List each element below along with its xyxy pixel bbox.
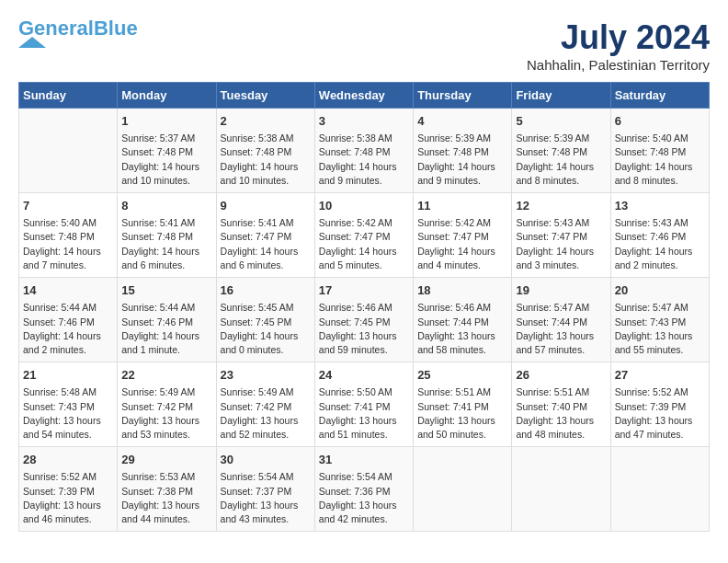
day-cell <box>610 447 709 532</box>
day-cell: 9Sunrise: 5:41 AMSunset: 7:47 PMDaylight… <box>216 193 314 278</box>
day-number: 3 <box>319 113 409 130</box>
calendar-header-row: SundayMondayTuesdayWednesdayThursdayFrid… <box>19 83 710 109</box>
cell-content: Sunrise: 5:53 AMSunset: 7:38 PMDaylight:… <box>121 470 211 526</box>
day-cell: 13Sunrise: 5:43 AMSunset: 7:46 PMDayligh… <box>610 193 709 278</box>
cell-content: Sunrise: 5:47 AMSunset: 7:43 PMDaylight:… <box>615 301 705 357</box>
logo-text: GeneralBlue <box>18 18 138 39</box>
cell-content: Sunrise: 5:44 AMSunset: 7:46 PMDaylight:… <box>23 301 113 357</box>
day-cell <box>414 447 512 532</box>
header-cell-saturday: Saturday <box>610 83 709 109</box>
cell-content: Sunrise: 5:38 AMSunset: 7:48 PMDaylight:… <box>319 132 409 188</box>
cell-content: Sunrise: 5:52 AMSunset: 7:39 PMDaylight:… <box>615 385 705 442</box>
day-cell: 6Sunrise: 5:40 AMSunset: 7:48 PMDaylight… <box>610 109 709 193</box>
day-number: 14 <box>23 282 113 299</box>
cell-content: Sunrise: 5:45 AMSunset: 7:45 PMDaylight:… <box>221 301 311 357</box>
day-number: 26 <box>516 367 606 384</box>
day-cell: 15Sunrise: 5:44 AMSunset: 7:46 PMDayligh… <box>118 278 216 362</box>
day-cell: 10Sunrise: 5:42 AMSunset: 7:47 PMDayligh… <box>314 193 413 278</box>
day-number: 31 <box>319 452 409 468</box>
day-cell: 24Sunrise: 5:50 AMSunset: 7:41 PMDayligh… <box>314 362 413 447</box>
day-cell: 2Sunrise: 5:38 AMSunset: 7:48 PMDaylight… <box>216 109 314 193</box>
day-cell: 28Sunrise: 5:52 AMSunset: 7:39 PMDayligh… <box>19 447 118 532</box>
logo: GeneralBlue <box>18 18 138 48</box>
header-cell-sunday: Sunday <box>19 83 118 109</box>
cell-content: Sunrise: 5:50 AMSunset: 7:41 PMDaylight:… <box>319 385 409 442</box>
day-cell <box>512 447 610 532</box>
day-number: 28 <box>23 452 113 468</box>
cell-content: Sunrise: 5:39 AMSunset: 7:48 PMDaylight:… <box>417 132 507 188</box>
cell-content: Sunrise: 5:47 AMSunset: 7:44 PMDaylight:… <box>516 301 606 357</box>
day-number: 12 <box>516 198 606 214</box>
day-cell: 8Sunrise: 5:41 AMSunset: 7:48 PMDaylight… <box>118 193 216 278</box>
day-cell: 3Sunrise: 5:38 AMSunset: 7:48 PMDaylight… <box>314 109 413 193</box>
cell-content: Sunrise: 5:44 AMSunset: 7:46 PMDaylight:… <box>121 301 211 357</box>
day-number: 15 <box>121 282 211 299</box>
day-cell: 31Sunrise: 5:54 AMSunset: 7:36 PMDayligh… <box>314 447 413 532</box>
cell-content: Sunrise: 5:43 AMSunset: 7:47 PMDaylight:… <box>516 216 606 272</box>
day-number: 8 <box>121 198 211 214</box>
cell-content: Sunrise: 5:48 AMSunset: 7:43 PMDaylight:… <box>23 385 113 442</box>
day-cell: 27Sunrise: 5:52 AMSunset: 7:39 PMDayligh… <box>610 362 709 447</box>
cell-content: Sunrise: 5:39 AMSunset: 7:48 PMDaylight:… <box>516 132 606 188</box>
week-row-4: 21Sunrise: 5:48 AMSunset: 7:43 PMDayligh… <box>19 362 710 447</box>
day-number: 30 <box>221 452 311 468</box>
cell-content: Sunrise: 5:41 AMSunset: 7:47 PMDaylight:… <box>221 216 311 272</box>
logo-blue: Blue <box>94 17 138 40</box>
day-number: 17 <box>319 282 409 299</box>
day-number: 2 <box>221 113 311 130</box>
header-cell-tuesday: Tuesday <box>216 83 314 109</box>
cell-content: Sunrise: 5:37 AMSunset: 7:48 PMDaylight:… <box>121 132 211 188</box>
day-cell: 12Sunrise: 5:43 AMSunset: 7:47 PMDayligh… <box>512 193 610 278</box>
day-number: 4 <box>417 113 507 130</box>
logo-icon <box>18 37 46 48</box>
day-number: 13 <box>615 198 705 214</box>
cell-content: Sunrise: 5:40 AMSunset: 7:48 PMDaylight:… <box>615 132 705 188</box>
header-cell-friday: Friday <box>512 83 610 109</box>
day-cell <box>19 109 118 193</box>
cell-content: Sunrise: 5:46 AMSunset: 7:45 PMDaylight:… <box>319 301 409 357</box>
header-cell-thursday: Thursday <box>414 83 512 109</box>
day-cell: 23Sunrise: 5:49 AMSunset: 7:42 PMDayligh… <box>216 362 314 447</box>
calendar-table: SundayMondayTuesdayWednesdayThursdayFrid… <box>18 82 710 532</box>
day-cell: 22Sunrise: 5:49 AMSunset: 7:42 PMDayligh… <box>118 362 216 447</box>
week-row-2: 7Sunrise: 5:40 AMSunset: 7:48 PMDaylight… <box>19 193 710 278</box>
cell-content: Sunrise: 5:49 AMSunset: 7:42 PMDaylight:… <box>121 385 211 442</box>
day-cell: 1Sunrise: 5:37 AMSunset: 7:48 PMDaylight… <box>118 109 216 193</box>
cell-content: Sunrise: 5:54 AMSunset: 7:37 PMDaylight:… <box>221 470 311 526</box>
day-cell: 30Sunrise: 5:54 AMSunset: 7:37 PMDayligh… <box>216 447 314 532</box>
day-cell: 25Sunrise: 5:51 AMSunset: 7:41 PMDayligh… <box>414 362 512 447</box>
cell-content: Sunrise: 5:41 AMSunset: 7:48 PMDaylight:… <box>121 216 211 272</box>
day-number: 27 <box>615 367 705 384</box>
day-cell: 20Sunrise: 5:47 AMSunset: 7:43 PMDayligh… <box>610 278 709 362</box>
cell-content: Sunrise: 5:43 AMSunset: 7:46 PMDaylight:… <box>615 216 705 272</box>
cell-content: Sunrise: 5:42 AMSunset: 7:47 PMDaylight:… <box>417 216 507 272</box>
cell-content: Sunrise: 5:46 AMSunset: 7:44 PMDaylight:… <box>417 301 507 357</box>
day-cell: 17Sunrise: 5:46 AMSunset: 7:45 PMDayligh… <box>314 278 413 362</box>
day-number: 16 <box>221 282 311 299</box>
day-number: 19 <box>516 282 606 299</box>
cell-content: Sunrise: 5:51 AMSunset: 7:40 PMDaylight:… <box>516 385 606 442</box>
day-number: 10 <box>319 198 409 214</box>
day-number: 5 <box>516 113 606 130</box>
day-cell: 5Sunrise: 5:39 AMSunset: 7:48 PMDaylight… <box>512 109 610 193</box>
week-row-1: 1Sunrise: 5:37 AMSunset: 7:48 PMDaylight… <box>19 109 710 193</box>
month-year-title: July 2024 <box>527 18 710 57</box>
location-title: Nahhalin, Palestinian Territory <box>527 57 710 73</box>
day-number: 29 <box>121 452 211 468</box>
day-cell: 21Sunrise: 5:48 AMSunset: 7:43 PMDayligh… <box>19 362 118 447</box>
cell-content: Sunrise: 5:54 AMSunset: 7:36 PMDaylight:… <box>319 470 409 526</box>
day-cell: 19Sunrise: 5:47 AMSunset: 7:44 PMDayligh… <box>512 278 610 362</box>
day-cell: 16Sunrise: 5:45 AMSunset: 7:45 PMDayligh… <box>216 278 314 362</box>
cell-content: Sunrise: 5:40 AMSunset: 7:48 PMDaylight:… <box>23 216 113 272</box>
day-cell: 14Sunrise: 5:44 AMSunset: 7:46 PMDayligh… <box>19 278 118 362</box>
day-number: 1 <box>121 113 211 130</box>
day-cell: 4Sunrise: 5:39 AMSunset: 7:48 PMDaylight… <box>414 109 512 193</box>
day-number: 6 <box>615 113 705 130</box>
header-cell-wednesday: Wednesday <box>314 83 413 109</box>
header-cell-monday: Monday <box>118 83 216 109</box>
week-row-5: 28Sunrise: 5:52 AMSunset: 7:39 PMDayligh… <box>19 447 710 532</box>
cell-content: Sunrise: 5:42 AMSunset: 7:47 PMDaylight:… <box>319 216 409 272</box>
title-area: July 2024 Nahhalin, Palestinian Territor… <box>527 18 710 73</box>
day-number: 24 <box>319 367 409 384</box>
svg-marker-0 <box>18 37 46 48</box>
